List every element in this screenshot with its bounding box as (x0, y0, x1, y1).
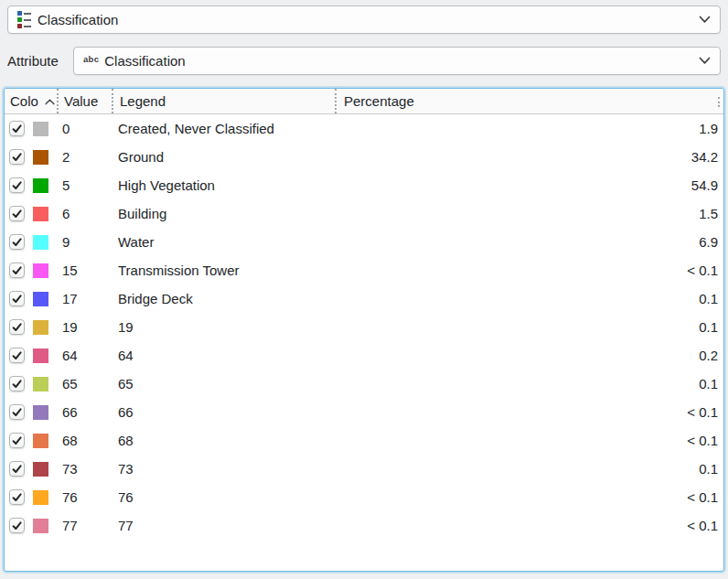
row-legend[interactable]: 73 (112, 461, 335, 477)
row-value[interactable]: 9 (57, 234, 112, 250)
column-header-percentage[interactable]: Percentage (335, 89, 723, 113)
row-checkbox[interactable] (9, 489, 25, 505)
color-swatch[interactable] (33, 178, 48, 193)
table-row[interactable]: 5 High Vegetation 54.9 (5, 171, 723, 199)
row-percentage: 0.1 (335, 291, 723, 306)
table-row[interactable]: 76 76 < 0.1 (5, 483, 723, 511)
row-value[interactable]: 19 (57, 319, 112, 335)
table-row[interactable]: 64 64 0.2 (5, 341, 723, 370)
column-header-legend[interactable]: Legend (112, 89, 335, 113)
row-legend[interactable]: Ground (112, 149, 335, 165)
color-swatch[interactable] (33, 320, 48, 335)
row-legend[interactable]: 77 (112, 518, 335, 533)
row-percentage: < 0.1 (335, 433, 723, 448)
row-checkbox[interactable] (9, 518, 25, 533)
color-swatch[interactable] (33, 292, 48, 306)
color-swatch[interactable] (33, 462, 48, 477)
color-swatch[interactable] (33, 434, 48, 448)
row-checkbox[interactable] (9, 263, 25, 278)
check-icon (11, 151, 23, 163)
classified-legend-icon (17, 11, 31, 28)
color-swatch[interactable] (33, 405, 48, 420)
table-row[interactable]: 19 19 0.1 (5, 313, 723, 341)
chevron-down-icon (699, 16, 711, 24)
color-swatch[interactable] (33, 263, 48, 278)
row-percentage: < 0.1 (335, 263, 723, 278)
row-legend[interactable]: Bridge Deck (112, 291, 335, 306)
row-percentage: < 0.1 (335, 489, 723, 505)
row-checkbox[interactable] (9, 149, 25, 165)
abc-text-field-icon: abc (83, 54, 99, 64)
row-value[interactable]: 64 (57, 348, 112, 363)
table-row[interactable]: 73 73 0.1 (5, 455, 723, 483)
row-checkbox[interactable] (9, 433, 25, 448)
table-row[interactable]: 15 Transmission Tower < 0.1 (5, 256, 723, 284)
row-value[interactable]: 6 (57, 206, 112, 221)
row-value[interactable]: 76 (57, 489, 112, 505)
row-legend[interactable]: 19 (112, 319, 335, 335)
renderer-combo[interactable]: Classification (7, 5, 721, 34)
row-value[interactable]: 65 (57, 376, 112, 391)
row-checkbox[interactable] (9, 461, 25, 477)
renderer-combo-value: Classification (37, 12, 118, 27)
row-value[interactable]: 15 (57, 263, 112, 278)
color-swatch[interactable] (33, 490, 48, 505)
row-checkbox[interactable] (9, 177, 25, 193)
table-row[interactable]: 17 Bridge Deck 0.1 (5, 284, 723, 313)
row-checkbox[interactable] (9, 121, 25, 136)
check-icon (11, 434, 23, 446)
color-swatch[interactable] (33, 207, 48, 221)
table-row[interactable]: 9 Water 6.9 (5, 228, 723, 256)
color-swatch[interactable] (33, 235, 48, 250)
row-value[interactable]: 68 (57, 433, 112, 448)
row-checkbox[interactable] (9, 319, 25, 335)
table-row[interactable]: 77 77 < 0.1 (5, 511, 723, 540)
row-value[interactable]: 17 (57, 291, 112, 306)
row-percentage: 0.1 (335, 319, 723, 335)
color-swatch[interactable] (33, 348, 48, 363)
row-legend[interactable]: 66 (112, 404, 335, 420)
row-checkbox[interactable] (9, 376, 25, 391)
row-value[interactable]: 73 (57, 461, 112, 477)
row-checkbox[interactable] (9, 348, 25, 363)
row-legend[interactable]: 64 (112, 348, 335, 363)
row-legend[interactable]: 76 (112, 489, 335, 505)
attribute-combo[interactable]: abc Classification (73, 47, 721, 75)
table-row[interactable]: 0 Created, Never Classified 1.9 (5, 114, 723, 143)
row-value[interactable]: 77 (57, 518, 112, 533)
color-swatch[interactable] (33, 150, 48, 165)
row-legend[interactable]: Building (112, 206, 335, 221)
row-legend[interactable]: 68 (112, 433, 335, 448)
color-swatch[interactable] (33, 122, 48, 136)
attribute-combo-value: Classification (104, 53, 185, 69)
row-legend[interactable]: High Vegetation (112, 177, 335, 193)
column-header-value[interactable]: Value (57, 89, 112, 113)
table-row[interactable]: 2 Ground 34.2 (5, 143, 723, 171)
row-legend[interactable]: 65 (112, 376, 335, 391)
row-checkbox[interactable] (9, 206, 25, 221)
row-legend[interactable]: Transmission Tower (112, 263, 335, 278)
check-icon (11, 491, 23, 503)
check-icon (11, 406, 23, 418)
row-checkbox[interactable] (9, 404, 25, 420)
row-value[interactable]: 2 (57, 149, 112, 165)
row-checkbox[interactable] (9, 291, 25, 306)
check-icon (11, 236, 23, 248)
column-header-color[interactable]: Colo (5, 89, 57, 113)
table-row[interactable]: 65 65 0.1 (5, 370, 723, 398)
color-swatch[interactable] (33, 519, 48, 533)
row-value[interactable]: 66 (57, 404, 112, 420)
row-checkbox[interactable] (9, 234, 25, 250)
check-icon (11, 208, 23, 220)
row-value[interactable]: 0 (57, 121, 112, 136)
chevron-down-icon (699, 57, 711, 65)
color-swatch[interactable] (33, 377, 48, 391)
check-icon (11, 520, 23, 531)
table-row[interactable]: 6 Building 1.5 (5, 199, 723, 228)
table-row[interactable]: 68 68 < 0.1 (5, 426, 723, 455)
row-legend[interactable]: Created, Never Classified (112, 121, 335, 136)
row-legend[interactable]: Water (112, 234, 335, 250)
row-value[interactable]: 5 (57, 177, 112, 193)
row-percentage: 54.9 (335, 177, 723, 193)
table-row[interactable]: 66 66 < 0.1 (5, 398, 723, 426)
